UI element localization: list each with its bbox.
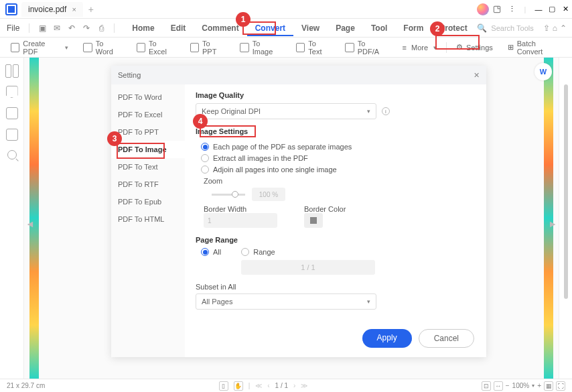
sidebar-pdf-to-word[interactable]: PDF To Word <box>111 88 185 106</box>
radio-off-icon <box>241 248 249 256</box>
ribbon-label: To Word <box>96 40 122 56</box>
opt-extract-images[interactable]: Extract all images in the PDF <box>201 154 476 162</box>
next-page-arrow[interactable]: ► <box>548 218 557 229</box>
sidebar-pdf-to-html[interactable]: PDF To HTML <box>111 210 185 228</box>
ribbon-label: To PDF/A <box>358 40 388 56</box>
ribbon-label: To Image <box>253 40 281 56</box>
prev-page-arrow[interactable]: ◄ <box>25 218 35 229</box>
tab-convert[interactable]: Convert <box>247 20 293 36</box>
attachment-icon[interactable] <box>6 107 18 119</box>
tab-form[interactable]: Form <box>395 20 431 36</box>
range-field[interactable]: 1 / 1 <box>241 260 375 275</box>
opt-separate-images[interactable]: Each page of the PDF as separate images <box>201 143 476 151</box>
zoom-label: Zoom <box>204 177 222 185</box>
mail-icon[interactable]: ✉ <box>51 22 63 34</box>
search-icon[interactable]: 🔍 <box>477 23 487 33</box>
tab-home[interactable]: Home <box>124 20 162 36</box>
undo-icon[interactable]: ↶ <box>66 22 78 34</box>
file-tab[interactable]: invoice.pdf × <box>21 2 83 17</box>
ribbon-label: More <box>411 44 428 52</box>
ribbon-label: To Text <box>308 40 330 56</box>
fit-width-icon[interactable]: ↔ <box>494 381 503 391</box>
ribbon-label: Settings <box>466 44 493 52</box>
opt-adjoin-pages[interactable]: Adjoin all pages into one single image <box>201 166 476 174</box>
last-page-icon[interactable]: ≫ <box>301 382 307 389</box>
page-icon[interactable] <box>6 129 18 141</box>
new-tab-button[interactable]: + <box>83 4 99 15</box>
profile-avatar[interactable] <box>477 3 489 15</box>
file-menu[interactable]: File <box>0 23 26 33</box>
view-icon[interactable]: ▯ <box>219 381 228 391</box>
border-color-swatch[interactable] <box>304 213 323 228</box>
subset-select[interactable]: All Pages ▾ <box>196 293 376 310</box>
close-tab-icon[interactable]: × <box>72 5 76 13</box>
to-text-button[interactable]: To Text <box>291 38 336 58</box>
tab-page[interactable]: Page <box>328 20 363 36</box>
sidebar-pdf-to-image[interactable]: PDF To Image <box>111 141 185 158</box>
zoom-in-icon[interactable]: + <box>537 382 541 389</box>
batch-convert-button[interactable]: ⊞Batch Convert <box>502 38 567 58</box>
zoom-dropdown-icon[interactable]: ▾ <box>532 383 534 389</box>
border-width-input[interactable]: 1 <box>204 213 277 228</box>
page-dimensions: 21 x 29.7 cm <box>7 382 45 389</box>
radio-off-icon <box>201 154 209 162</box>
range-all[interactable]: All <box>201 248 221 256</box>
gear-icon: ⚙ <box>456 43 463 52</box>
layout-icon[interactable]: ▦ <box>544 381 553 391</box>
save-icon[interactable]: ▣ <box>36 22 48 34</box>
more-icon[interactable]: ⋮ <box>505 3 518 16</box>
print-icon[interactable]: ⎙ <box>95 22 107 34</box>
tab-edit[interactable]: Edit <box>163 20 194 36</box>
range-range[interactable]: Range <box>241 248 275 256</box>
to-ppt-button[interactable]: To PPT <box>185 38 231 58</box>
create-pdf-button[interactable]: Create PDF <box>5 38 74 58</box>
to-excel-button[interactable]: To Excel <box>131 38 181 58</box>
dialog-close-icon[interactable]: ✕ <box>474 71 480 80</box>
upload-icon[interactable]: ⇪ <box>543 23 550 33</box>
cancel-button[interactable]: Cancel <box>419 329 474 348</box>
image-quality-select[interactable]: Keep Original DPI ▾ <box>196 103 376 119</box>
thumbnails-icon[interactable] <box>5 64 19 76</box>
bookmark-icon[interactable] <box>6 86 18 98</box>
sidebar-pdf-to-text[interactable]: PDF To Text <box>111 158 185 176</box>
search-tools[interactable]: Search Tools <box>487 24 537 32</box>
dialog-sidebar: PDF To Word PDF To Excel PDF To PPT PDF … <box>111 84 185 357</box>
subset-label: Subset in All <box>196 283 236 291</box>
main-tabs: Home Edit Comment Convert View Page Tool… <box>124 20 475 36</box>
to-image-button[interactable]: To Image <box>234 38 287 58</box>
next-page-icon[interactable]: › <box>293 382 295 389</box>
share-icon[interactable] <box>492 3 505 16</box>
to-word-button[interactable]: To Word <box>78 38 127 58</box>
sidebar-pdf-to-ppt[interactable]: PDF To PPT <box>111 123 185 141</box>
search-rail-icon[interactable] <box>7 150 17 159</box>
close-button[interactable]: ✕ <box>559 3 572 16</box>
tab-tool[interactable]: Tool <box>363 20 395 36</box>
radio-on-icon <box>201 143 209 151</box>
redo-icon[interactable]: ↷ <box>80 22 92 34</box>
maximize-button[interactable]: ▢ <box>545 3 559 16</box>
settings-button[interactable]: ⚙Settings <box>451 41 498 54</box>
radio-label: Each page of the PDF as separate images <box>213 143 352 151</box>
scrollbar-thumb[interactable] <box>564 84 568 299</box>
collapse-icon[interactable]: ⌃ <box>560 23 567 33</box>
tab-view[interactable]: View <box>293 20 328 36</box>
first-page-icon[interactable]: ≪ <box>255 382 262 389</box>
info-icon[interactable]: i <box>382 107 390 115</box>
word-badge-icon[interactable] <box>534 63 552 80</box>
hand-icon[interactable]: ✋ <box>234 381 243 391</box>
apply-button[interactable]: Apply <box>362 329 412 348</box>
fullscreen-icon[interactable]: ⛶ <box>556 381 565 391</box>
zoom-slider[interactable] <box>212 194 245 196</box>
home-icon[interactable]: ⌂ <box>553 23 557 33</box>
sidebar-pdf-to-rtf[interactable]: PDF To RTF <box>111 176 185 193</box>
input-value: 1 <box>208 217 212 224</box>
prev-page-icon[interactable]: ‹ <box>267 382 269 389</box>
more-button[interactable]: ≡More <box>397 42 442 54</box>
minimize-button[interactable]: — <box>532 3 545 16</box>
ribbon-label: To Excel <box>149 40 175 56</box>
to-pdfa-button[interactable]: To PDF/A <box>340 38 392 58</box>
sidebar-pdf-to-epub[interactable]: PDF To Epub <box>111 193 185 210</box>
fit-page-icon[interactable]: ⊡ <box>482 381 491 391</box>
zoom-out-icon[interactable]: − <box>506 382 510 389</box>
sidebar-pdf-to-excel[interactable]: PDF To Excel <box>111 106 185 123</box>
